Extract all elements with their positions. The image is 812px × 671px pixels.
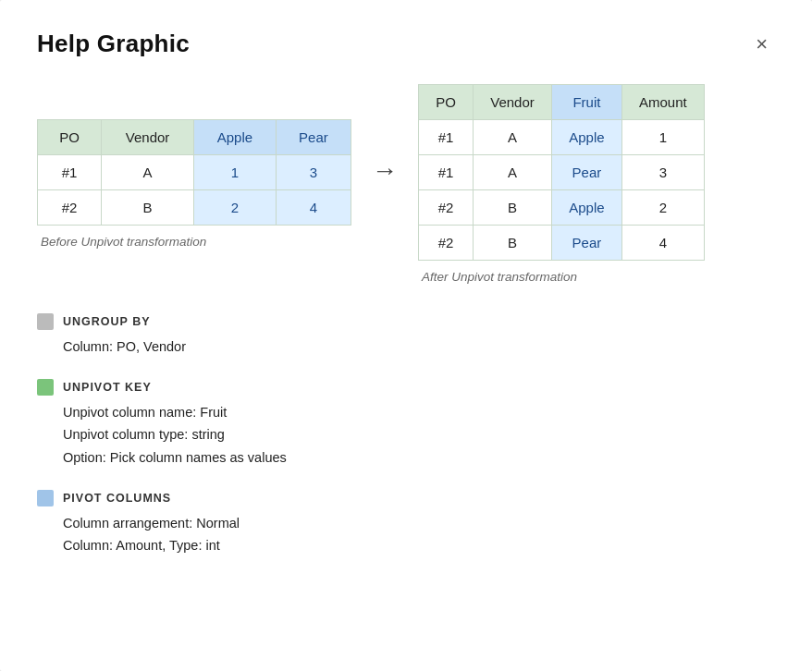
pivot-label: PIVOT COLUMNS — [63, 492, 171, 505]
cell-apple: 1 — [193, 155, 276, 190]
after-col-po: PO — [419, 85, 474, 120]
legend-ungroup-heading: UNGROUP BY — [37, 313, 775, 330]
left-panel: PO Vendor Apple Pear #1 A 1 3 — [37, 84, 775, 578]
legend-pivot-heading: PIVOT COLUMNS — [37, 490, 775, 506]
after-table: PO Vendor Fruit Amount #1 A Apple — [418, 84, 705, 261]
unpivot-line-1: Unpivot column name: Fruit — [63, 405, 227, 420]
cell-pear: 4 — [276, 190, 351, 226]
after-col-fruit: Fruit — [552, 85, 622, 120]
unpivot-label: UNPIVOT KEY — [63, 381, 152, 394]
ungroup-line-1: Column: PO, Vendor — [63, 339, 186, 354]
unpivot-line-3: Option: Pick column names as values — [63, 450, 287, 465]
legend-unpivot-heading: UNPIVOT KEY — [37, 379, 775, 396]
legend-ungroup: UNGROUP BY Column: PO, Vendor — [37, 313, 775, 359]
unpivot-dot — [37, 379, 54, 396]
pivot-line-2: Column: Amount, Type: int — [63, 538, 220, 553]
dialog-title: Help Graphic — [37, 30, 190, 58]
before-col-apple: Apple — [193, 120, 276, 155]
ungroup-dot — [37, 313, 54, 330]
help-graphic-dialog: Help Graphic × PO Vendor Apple Pear — [0, 0, 812, 671]
pivot-desc: Column arrangement: Normal Column: Amoun… — [37, 512, 775, 557]
table-row: #1 A Pear 3 — [419, 155, 705, 190]
after-caption: After Unpivot transformation — [418, 270, 577, 284]
before-col-vendor: Vendor — [102, 120, 194, 155]
legend-pivot-columns: PIVOT COLUMNS Column arrangement: Normal… — [37, 490, 775, 557]
cell-po: #2 — [38, 190, 102, 226]
cell-vendor: A — [102, 155, 194, 190]
before-table: PO Vendor Apple Pear #1 A 1 3 — [37, 119, 351, 226]
cell-pear: 3 — [276, 155, 351, 190]
table-row: #1 A Apple 1 — [419, 120, 705, 155]
before-caption: Before Unpivot transformation — [37, 235, 206, 249]
arrow-icon: → — [372, 156, 398, 186]
unpivot-line-2: Unpivot column type: string — [63, 427, 225, 442]
cell-po: #1 — [38, 155, 102, 190]
close-button[interactable]: × — [748, 30, 775, 58]
unpivot-desc: Unpivot column name: Fruit Unpivot colum… — [37, 401, 775, 470]
before-col-po: PO — [38, 120, 102, 155]
pivot-line-1: Column arrangement: Normal — [63, 516, 240, 531]
table-row: #1 A 1 3 — [38, 155, 351, 190]
tables-row: PO Vendor Apple Pear #1 A 1 3 — [37, 84, 775, 284]
table-row: #2 B Apple 2 — [419, 190, 705, 226]
dialog-header: Help Graphic × — [37, 30, 775, 58]
arrow: → — [351, 156, 418, 186]
main-content: PO Vendor Apple Pear #1 A 1 3 — [37, 84, 775, 578]
table-row: #2 B 2 4 — [38, 190, 351, 226]
pivot-dot — [37, 490, 54, 506]
table-row: #2 B Pear 4 — [419, 226, 705, 261]
cell-vendor: B — [102, 190, 194, 226]
before-col-pear: Pear — [276, 120, 351, 155]
legend-section: UNGROUP BY Column: PO, Vendor UNPIVOT KE… — [37, 313, 775, 578]
before-table-wrap: PO Vendor Apple Pear #1 A 1 3 — [37, 119, 351, 249]
after-col-amount: Amount — [621, 85, 704, 120]
ungroup-desc: Column: PO, Vendor — [37, 336, 775, 359]
after-table-section: PO Vendor Fruit Amount #1 A Apple — [418, 84, 705, 284]
after-col-vendor: Vendor — [474, 85, 552, 120]
legend-unpivot-key: UNPIVOT KEY Unpivot column name: Fruit U… — [37, 379, 775, 470]
cell-apple: 2 — [193, 190, 276, 226]
ungroup-label: UNGROUP BY — [63, 315, 151, 328]
